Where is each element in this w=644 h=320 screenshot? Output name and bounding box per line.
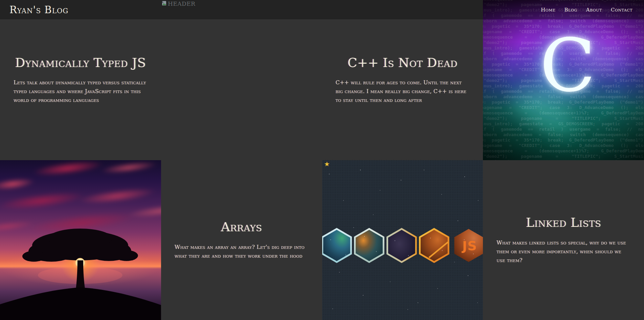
post-title: Linked Lists [496, 215, 630, 230]
header-alt-text: HEADER [168, 1, 195, 7]
post-card-linked-lists[interactable]: Linked Lists What makes linked lists so … [483, 160, 644, 320]
post-excerpt: What makes linked lists so special, why … [496, 238, 630, 265]
post-excerpt: Lets talk about dynamically typed versus… [14, 78, 148, 105]
post-grid: Dynamically Typed JS Lets talk about dyn… [0, 0, 644, 320]
post-card-arrays[interactable]: Arrays What makes an array an array? Let… [161, 160, 322, 320]
post-card-cpp-is-not-dead[interactable]: C++ Is Not Dead C++ will rule for ages t… [322, 0, 483, 160]
site-brand[interactable]: Ryan's Blog [9, 4, 68, 16]
cpp-post-image[interactable]: demosequence = (demosequence+1)%7; G_Def… [483, 0, 644, 160]
js-label: JS [461, 238, 477, 253]
header-image-placeholder: HEADER [161, 1, 195, 7]
hexagon-dark-nebula [387, 217, 416, 262]
post-image-cell-tree [0, 160, 161, 320]
post-excerpt: C++ will rule for ages to come. Until th… [336, 78, 470, 105]
post-title: C++ Is Not Dead [336, 56, 470, 70]
navbar: Ryan's Blog HEADER Home Blog About Conta… [0, 0, 644, 19]
nav-link-blog[interactable]: Blog [564, 7, 577, 13]
tree-silhouette-graphic [0, 160, 161, 320]
nav-link-about[interactable]: About [586, 7, 602, 13]
empty-card [161, 0, 322, 160]
broken-image-icon [161, 1, 167, 6]
nav-link-home[interactable]: Home [541, 7, 555, 13]
nav-links: Home Blog About Contact [541, 7, 644, 13]
hexagon-flame-nebula [355, 229, 383, 262]
post-title: Arrays [175, 220, 309, 235]
hexagon-js: JS [454, 229, 483, 262]
hexagon-blue-nebula [322, 229, 351, 262]
post-card-dynamically-typed-js[interactable]: Dynamically Typed JS Lets talk about dyn… [0, 0, 161, 160]
post-image-cell-cpp: demosequence = (demosequence+1)%7; G_Def… [483, 0, 644, 160]
hexagon-orange-nebula [420, 229, 448, 262]
vignette-overlay [483, 0, 644, 160]
nav-link-contact[interactable]: Contact [611, 7, 632, 13]
hexagons-graphic: JS [322, 160, 483, 319]
post-excerpt: What makes an array an array? Let's dig … [175, 243, 309, 260]
hexagons-js-post-image[interactable]: ★ [322, 160, 483, 320]
post-title: Dynamically Typed JS [14, 56, 148, 70]
sunset-tree-post-image[interactable] [0, 160, 161, 320]
post-image-cell-hexagons: ★ [322, 160, 483, 320]
star-icon: ★ [324, 160, 330, 168]
